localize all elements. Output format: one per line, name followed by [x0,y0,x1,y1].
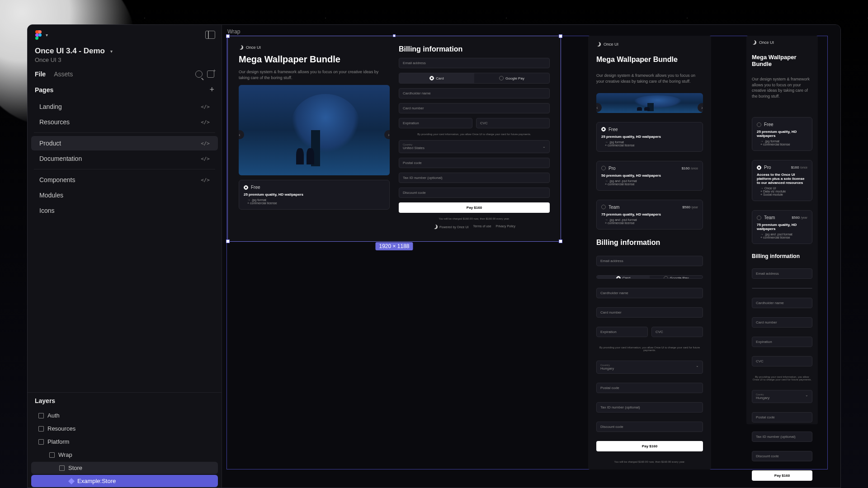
layer-platform[interactable]: Platform [31,436,218,448]
artboard-tablet[interactable]: Once UI Mega Wallpaper Bundle Our design… [588,36,711,469]
tax-field[interactable]: Tax ID number (optional) [596,402,703,413]
expiration-field[interactable]: Expiration [399,118,472,128]
page-icons[interactable]: Icons [31,203,218,218]
tab-card[interactable]: Card [597,276,650,279]
page-components[interactable]: Components</> [31,173,218,187]
page-documentation[interactable]: Documentation</> [31,151,218,166]
page-product[interactable]: Product</> [31,136,218,150]
radio-icon [499,76,504,80]
expiration-field[interactable]: Expiration [596,327,648,337]
dev-ready-icon: </> [201,119,210,125]
layer-resources[interactable]: Resources [31,422,218,435]
layer-wrap[interactable]: Wrap [31,449,218,461]
email-field[interactable]: Email address [752,268,812,279]
charge-note: You will be charged $160.00 now, then $1… [399,217,550,220]
radio-icon [244,185,248,190]
project-subtitle[interactable]: Once UI 3 [28,56,222,68]
cvc-field[interactable]: CVC [752,356,812,366]
tab-card[interactable]: Card [752,288,782,289]
frame-label[interactable]: Wrap [227,28,240,35]
plan-free[interactable]: Free 25 premium quality, HD wallpapers →… [239,180,390,210]
discount-field[interactable]: Discount code [752,451,812,461]
left-sidebar: ▾ Once UI 3.4 - Demo ▾ Once UI 3 File As… [28,25,222,488]
cardholder-field[interactable]: Cardholder name [596,288,703,298]
project-title: Once UI 3.4 - Demo [35,47,105,56]
carousel-prev-icon[interactable]: ‹ [596,103,602,112]
cvc-field[interactable]: CVC [476,118,550,128]
country-select[interactable]: CountryHungary⌄ [752,390,812,403]
layers-heading: Layers [28,392,222,409]
card-disclaimer: By providing your card information, you … [399,133,550,136]
product-description: Our design system & framework allows you… [239,69,390,80]
cvc-field[interactable]: CVC [651,327,703,337]
country-select[interactable]: CountryUnited States ⌄ [399,140,550,153]
tab-gpay[interactable]: Google Pay [782,288,812,289]
figma-menu[interactable]: ▾ [34,30,48,39]
billing-heading: Billing information [399,45,550,53]
discount-field[interactable]: Discount code [399,188,550,198]
frame-icon [59,465,65,471]
dev-ready-icon: </> [201,104,210,110]
cardholder-field[interactable]: Cardholder name [399,88,550,99]
chevron-down-icon: ▾ [110,49,113,54]
add-page-icon[interactable]: + [209,85,214,94]
tax-field[interactable]: Tax ID number (optional) [752,432,812,442]
component-instance-icon [68,478,75,484]
plan-pro[interactable]: Pro$160 /onceAccess to the Once UI platf… [752,160,812,201]
dev-ready-icon: </> [201,177,210,183]
pay-button[interactable]: Pay $160 [752,470,812,481]
layer-auth[interactable]: Auth [31,409,218,422]
tab-gpay[interactable]: Google Pay [474,73,549,83]
moon-icon [433,225,438,229]
page-modules[interactable]: Modules [31,188,218,202]
privacy-link[interactable]: Privacy Policy [496,225,516,229]
product-title: Mega Wallpaper Bundle [239,54,390,65]
plan-team[interactable]: Team$580 /year75 premium quality, HD wal… [752,210,812,244]
layer-store[interactable]: Store [31,462,218,474]
plan-free[interactable]: Free25 premium quality, HD wallpapers→ .… [596,122,703,152]
postal-field[interactable]: Postal code [399,158,550,168]
terms-link[interactable]: Terms of use [473,225,491,229]
carousel-next-icon[interactable]: › [384,130,390,139]
artboard-desktop[interactable]: Once UI Mega Wallpaper Bundle Our design… [227,36,561,242]
cardnumber-field[interactable]: Card number [596,307,703,318]
frame-icon [49,452,55,458]
tax-field[interactable]: Tax ID number (optional) [399,173,550,183]
email-field[interactable]: Email address [596,256,703,266]
plan-pro[interactable]: Pro$160 /once50 premium quality, HD wall… [596,161,703,191]
add-component-icon[interactable] [207,70,214,78]
payment-method-tabs: Card Google Pay [399,73,550,84]
frame-icon [38,426,44,432]
layer-example-store[interactable]: Example:Store [31,475,218,487]
moon-icon [239,45,243,50]
expiration-field[interactable]: Expiration [752,337,812,347]
project-title-row[interactable]: Once UI 3.4 - Demo ▾ [28,43,222,56]
cardnumber-field[interactable]: Card number [399,103,550,113]
email-field[interactable]: Email address [399,58,550,68]
tab-assets[interactable]: Assets [54,70,73,78]
pay-button[interactable]: Pay $160 [596,441,703,451]
radio-icon [429,76,434,80]
plan-free[interactable]: Free25 premium quality, HD wallpapers→ .… [752,117,812,151]
tab-file[interactable]: File [35,70,46,78]
carousel-next-icon[interactable]: › [698,103,703,112]
frame-icon [38,439,44,445]
discount-field[interactable]: Discount code [596,422,703,432]
plan-team[interactable]: Team$580 /year75 premium quality, HD wal… [596,200,703,230]
carousel-prev-icon[interactable]: ‹ [239,130,244,139]
artboard-mobile[interactable]: Once UI Mega Wallpaper Bundle Our design… [746,36,818,424]
cardnumber-field[interactable]: Card number [752,317,812,328]
canvas[interactable]: Wrap Once UI Mega Wallpaper Bundle Our d… [222,25,840,488]
postal-field[interactable]: Postal code [596,383,703,393]
pay-button[interactable]: Pay $160 [399,202,550,213]
panel-toggle-icon[interactable] [205,31,215,39]
tab-card[interactable]: Card [399,73,474,83]
cardholder-field[interactable]: Cardholder name [752,298,812,308]
postal-field[interactable]: Postal code [752,412,812,422]
page-landing[interactable]: Landing</> [31,99,218,114]
tab-gpay[interactable]: Google Pay [650,276,703,279]
search-icon[interactable] [195,70,203,78]
figma-app-window: ▾ Once UI 3.4 - Demo ▾ Once UI 3 File As… [27,24,841,488]
country-select[interactable]: CountryHungary⌄ [596,361,703,374]
page-resources[interactable]: Resources</> [31,115,218,129]
